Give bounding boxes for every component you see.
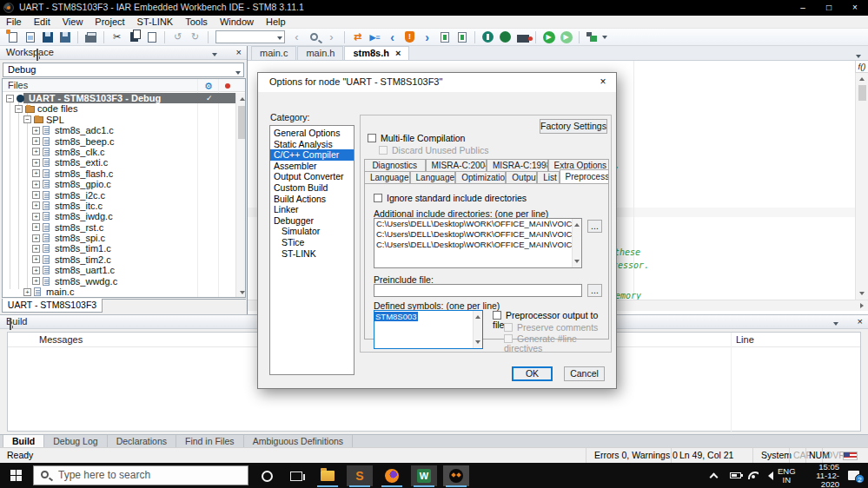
redo-button[interactable]: ↻ bbox=[188, 30, 202, 44]
category-linker[interactable]: Linker bbox=[270, 204, 354, 215]
next-bookmark-icon[interactable]: › bbox=[420, 30, 434, 44]
save-all-button[interactable] bbox=[57, 30, 72, 44]
category-build-actions[interactable]: Build Actions bbox=[270, 194, 354, 205]
search-forward-icon[interactable]: › bbox=[324, 30, 339, 44]
dialog-tab-misra-c-1998[interactable]: MISRA-C:1998 bbox=[487, 159, 548, 171]
expand-icon[interactable]: + bbox=[32, 181, 40, 188]
menu-help[interactable]: Help bbox=[260, 16, 292, 29]
expand-icon[interactable]: + bbox=[32, 255, 40, 263]
tree-item-stm8s-itc-c[interactable]: +stm8s_itc.c bbox=[3, 201, 235, 211]
menu-view[interactable]: View bbox=[56, 16, 89, 29]
stlink-icon[interactable] bbox=[515, 30, 530, 44]
new-file-button[interactable] bbox=[5, 30, 20, 44]
tree-item-spl[interactable]: −SPL bbox=[3, 115, 235, 125]
expand-icon[interactable]: + bbox=[32, 234, 40, 242]
expand-icon[interactable]: + bbox=[23, 288, 31, 296]
category-debugger[interactable]: Debugger bbox=[270, 215, 354, 227]
expand-icon[interactable]: + bbox=[32, 223, 40, 231]
tree-item-stm8s-tim1-c[interactable]: +stm8s_tim1.c bbox=[3, 243, 235, 254]
category-simulator[interactable]: Simulator bbox=[270, 226, 354, 237]
dialog-titlebar[interactable]: Options for node "UART - STM8S103F3" × bbox=[258, 73, 616, 92]
expand-icon[interactable]: + bbox=[32, 267, 40, 274]
volume-icon[interactable] bbox=[764, 463, 773, 488]
expand-icon[interactable]: + bbox=[32, 127, 40, 135]
tab-list-dropdown-icon[interactable] bbox=[856, 55, 861, 61]
language-indicator[interactable]: ENGIN bbox=[778, 463, 796, 488]
category-static-analysis[interactable]: Static Analysis bbox=[270, 139, 354, 150]
workspace-close-icon[interactable]: × bbox=[236, 46, 242, 59]
dialog-tab-diagnostics[interactable]: Diagnostics bbox=[364, 159, 426, 171]
collapse-icon[interactable]: − bbox=[6, 95, 14, 102]
search-icon[interactable] bbox=[307, 30, 321, 44]
menu-edit[interactable]: Edit bbox=[28, 16, 56, 29]
line-column-header[interactable]: Line bbox=[736, 333, 754, 346]
tree-item-stm8s-adc1-c[interactable]: +stm8s_adc1.c bbox=[3, 125, 235, 135]
include-browse-button[interactable]: ... bbox=[587, 220, 602, 233]
tray-chevron-icon[interactable] bbox=[711, 463, 717, 488]
menu-file[interactable]: File bbox=[0, 16, 28, 29]
cut-button[interactable]: ✂ bbox=[109, 30, 124, 44]
configuration-selector[interactable]: Debug bbox=[3, 63, 244, 77]
expand-icon[interactable]: + bbox=[32, 137, 40, 145]
download-and-debug-button[interactable]: ▶ bbox=[541, 30, 556, 44]
expand-icon[interactable]: + bbox=[32, 201, 40, 209]
expand-icon[interactable]: + bbox=[32, 191, 40, 199]
output-tab-find-in-files[interactable]: Find in Files bbox=[176, 435, 244, 448]
build-menu-icon[interactable] bbox=[833, 322, 838, 328]
notification-center-icon[interactable]: 2 bbox=[848, 463, 859, 488]
cancel-button[interactable]: Cancel bbox=[564, 366, 605, 381]
undo-button[interactable]: ↺ bbox=[170, 30, 185, 44]
workspace-scrollbar[interactable] bbox=[235, 93, 246, 298]
cortana-icon[interactable] bbox=[254, 465, 280, 486]
dialog-tab-language-2[interactable]: Language 2 bbox=[410, 171, 456, 183]
workspace-project-tab[interactable]: UART - STM8S103F3 bbox=[2, 299, 103, 313]
print-button[interactable] bbox=[83, 30, 98, 44]
function-list-button[interactable]: f() bbox=[855, 61, 868, 73]
tree-item-stm8s-i2c-c[interactable]: +stm8s_i2c.c bbox=[3, 190, 235, 201]
menu-window[interactable]: Window bbox=[214, 16, 260, 29]
preprocessor-output-checkbox[interactable]: Preprocessor output to file bbox=[493, 311, 608, 321]
category-custom-build[interactable]: Custom Build bbox=[270, 182, 354, 194]
breakpoint-shield-icon[interactable]: ! bbox=[402, 30, 417, 44]
tab-close-icon[interactable]: × bbox=[395, 48, 401, 58]
file-explorer-icon[interactable] bbox=[315, 465, 341, 486]
editor-tab-main-h[interactable]: main.h bbox=[297, 46, 343, 60]
wifi-icon[interactable] bbox=[748, 463, 759, 488]
category-st-link[interactable]: ST-LINK bbox=[270, 248, 354, 260]
tree-item-stm8s-exti-c[interactable]: +stm8s_exti.c bbox=[3, 157, 235, 168]
menu-tools[interactable]: Tools bbox=[179, 16, 214, 29]
scrollbar-thumb[interactable] bbox=[858, 85, 866, 101]
dialog-tab-preprocessor[interactable]: Preprocessor bbox=[560, 169, 609, 183]
firefox-icon[interactable] bbox=[379, 465, 405, 486]
toggle-bookmark-icon[interactable]: ⇄ bbox=[350, 30, 365, 44]
expand-icon[interactable]: + bbox=[32, 169, 40, 177]
iar-app-icon[interactable] bbox=[443, 465, 469, 486]
download-icon[interactable] bbox=[480, 30, 495, 44]
gear-icon[interactable]: ⚙ bbox=[202, 80, 215, 92]
workspace-menu-icon[interactable] bbox=[212, 53, 217, 59]
tree-item-stm8s-spi-c[interactable]: +stm8s_spi.c bbox=[3, 233, 235, 243]
make-button[interactable] bbox=[585, 30, 600, 44]
download-active-icon[interactable] bbox=[498, 30, 513, 44]
tree-item-stm8s-gpio-c[interactable]: +stm8s_gpio.c bbox=[3, 179, 235, 189]
tree-item-stm8s-wwdg-c[interactable]: +stm8s_wwdg.c bbox=[3, 276, 235, 287]
tree-item-main-c[interactable]: +main.c bbox=[3, 287, 235, 297]
copy-button[interactable] bbox=[127, 30, 142, 44]
expand-icon[interactable]: + bbox=[32, 159, 40, 167]
workspace-pin-icon[interactable] bbox=[36, 49, 38, 61]
textarea-scrollbar[interactable] bbox=[473, 311, 482, 348]
scroll-right-icon[interactable] bbox=[857, 300, 868, 312]
make-dropdown-icon[interactable] bbox=[602, 36, 607, 42]
category-c-c-compiler[interactable]: C/C++ Compiler bbox=[270, 149, 354, 161]
scroll-down-icon[interactable] bbox=[236, 287, 246, 298]
factory-settings-button[interactable]: Factory Settings bbox=[540, 119, 607, 134]
preinclude-input[interactable] bbox=[374, 284, 582, 297]
dialog-tab-list[interactable]: List bbox=[537, 171, 559, 183]
sublime-text-icon[interactable]: S bbox=[347, 465, 373, 486]
collapse-icon[interactable]: − bbox=[15, 105, 23, 113]
save-button[interactable] bbox=[40, 30, 55, 44]
dialog-tab-misra-c-2004[interactable]: MISRA-C:2004 bbox=[426, 159, 487, 171]
multi-file-compilation-checkbox[interactable]: Multi-file Compilation bbox=[368, 134, 465, 144]
quick-search-combo[interactable] bbox=[215, 30, 285, 43]
next-statement-icon[interactable]: ▶≡ bbox=[368, 30, 382, 44]
